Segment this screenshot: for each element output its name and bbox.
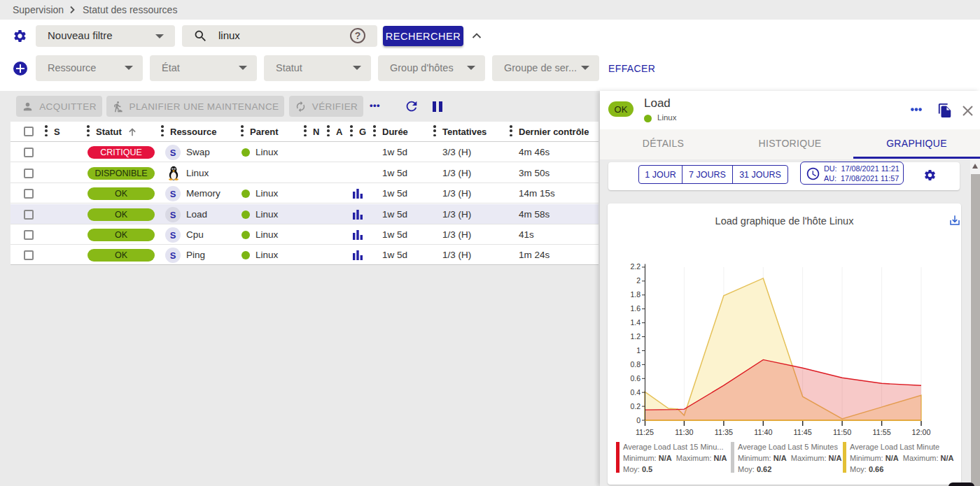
svg-text:0.4: 0.4 xyxy=(630,388,640,396)
svg-text:0.2: 0.2 xyxy=(630,402,640,410)
svg-text:1.6: 1.6 xyxy=(630,304,640,313)
svg-text:11:35: 11:35 xyxy=(715,428,733,436)
svg-text:1: 1 xyxy=(636,346,640,355)
svg-text:11:55: 11:55 xyxy=(872,428,890,436)
svg-text:1.8: 1.8 xyxy=(630,290,640,299)
svg-text:0.8: 0.8 xyxy=(630,360,640,369)
svg-text:1.2: 1.2 xyxy=(630,332,640,341)
svg-text:11:30: 11:30 xyxy=(675,428,693,436)
svg-text:0: 0 xyxy=(636,416,640,424)
svg-text:11:25: 11:25 xyxy=(636,428,654,436)
svg-text:2: 2 xyxy=(636,276,640,285)
svg-text:11:50: 11:50 xyxy=(833,428,851,436)
svg-text:11:40: 11:40 xyxy=(754,428,772,436)
svg-text:2.2: 2.2 xyxy=(630,262,640,271)
svg-text:0.6: 0.6 xyxy=(630,374,640,383)
svg-text:12:00: 12:00 xyxy=(911,428,930,436)
svg-text:11:45: 11:45 xyxy=(794,428,812,436)
svg-text:1.4: 1.4 xyxy=(630,318,640,327)
